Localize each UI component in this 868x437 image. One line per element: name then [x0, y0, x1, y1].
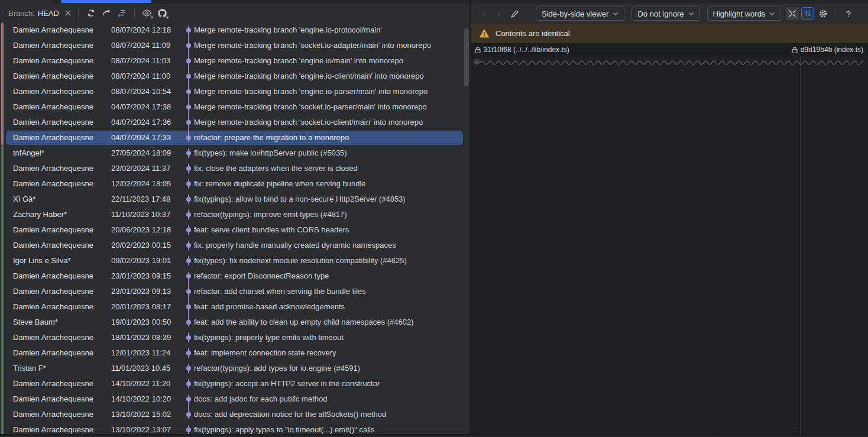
commit-author: Damien Arrachequesne [13, 84, 109, 99]
commit-row[interactable]: Damien Arrachequesne18/01/2023 08:39fix(… [0, 330, 470, 345]
toolbar-separator [835, 9, 836, 19]
chevron-down-icon [769, 12, 775, 16]
commit-row[interactable]: Tristan F*11/01/2023 10:45refactor(typin… [0, 361, 470, 376]
commit-node-dot [186, 59, 191, 63]
commit-graph [184, 268, 193, 284]
commit-author: Damien Arrachequesne [13, 299, 109, 315]
commit-row[interactable]: Damien Arrachequesne08/07/2024 12:18Merg… [0, 22, 470, 38]
commit-graph [184, 407, 193, 422]
commit-date: 23/01/2023 09:15 [111, 268, 181, 284]
previous-change-icon[interactable]: ↑ [477, 7, 490, 20]
commit-node-dot [186, 274, 191, 279]
commit-author: Damien Arrachequesne [13, 268, 109, 284]
next-change-icon[interactable]: ↓ [493, 7, 506, 20]
highlight-policy-select[interactable]: Highlight words [707, 7, 782, 21]
commit-row[interactable]: Damien Arrachequesne20/06/2023 12:18feat… [0, 222, 470, 238]
commit-author: Damien Arrachequesne [13, 99, 109, 115]
left-file-label: 31f10f68 (../../../lib/index.ts) [484, 46, 569, 54]
warning-icon [480, 29, 489, 38]
commit-row[interactable]: Damien Arrachequesne23/01/2023 09:13refa… [0, 284, 470, 299]
commit-row[interactable]: Damien Arrachequesne04/07/2024 17:33refa… [0, 130, 470, 145]
commit-message: docs: add deprecation notice for the all… [194, 407, 463, 422]
commit-graph [184, 222, 193, 238]
commit-row[interactable]: Damien Arrachequesne14/10/2022 10:20docs… [0, 391, 470, 407]
eye-icon[interactable] [140, 6, 154, 20]
viewer-mode-select[interactable]: Side-by-side viewer [536, 7, 624, 21]
toolbar-separator [134, 8, 135, 18]
commit-node-dot [186, 120, 191, 125]
commit-node-dot [186, 74, 191, 79]
commit-node-dot [186, 105, 191, 109]
commit-row[interactable]: Damien Arrachequesne04/07/2024 17:38Merg… [0, 99, 470, 115]
intellisort-icon[interactable] [115, 6, 129, 20]
commit-row[interactable]: Damien Arrachequesne23/02/2024 11:37fix:… [0, 161, 470, 176]
branch-filter-value[interactable]: HEAD [38, 9, 59, 18]
commit-row[interactable]: Damien Arrachequesne20/02/2023 00:15fix:… [0, 238, 470, 253]
commit-graph [184, 345, 193, 361]
commit-message: feat: add the ability to clean up empty … [194, 315, 463, 330]
github-icon[interactable] [156, 6, 170, 20]
commit-row[interactable]: tnfAngel*27/05/2024 18:09fix(types): mak… [0, 145, 470, 161]
commit-row[interactable]: Steve Baum*19/01/2023 00:50feat: add the… [0, 315, 470, 330]
commit-author: Tristan F* [13, 361, 109, 376]
commit-node-dot [186, 305, 191, 309]
commit-author: Damien Arrachequesne [13, 130, 109, 145]
commit-graph [184, 115, 193, 130]
commit-row[interactable]: Zachary Haber*11/10/2023 10:37refactor(t… [0, 207, 470, 222]
commit-message: refactor: export DisconnectReason type [194, 268, 463, 284]
toolbar-separator [527, 9, 527, 19]
commit-row[interactable]: Damien Arrachequesne08/07/2024 11:00Merg… [0, 69, 470, 84]
commit-graph [184, 299, 193, 315]
banner-text: Contents are identical [495, 29, 570, 38]
commit-graph [184, 361, 193, 376]
commit-graph [184, 99, 193, 115]
commit-date: 08/07/2024 11:00 [111, 69, 181, 84]
commit-node-dot [186, 397, 191, 402]
sync-scroll-icon[interactable] [801, 7, 814, 20]
commit-row[interactable]: Damien Arrachequesne20/01/2023 08:17feat… [0, 299, 470, 315]
chevron-down-icon [166, 17, 169, 19]
commit-row[interactable]: Damien Arrachequesne13/10/2022 15:02docs… [0, 407, 470, 422]
ignore-policy-value: Do not ignore [637, 9, 684, 18]
commit-author: Damien Arrachequesne [13, 161, 109, 176]
commit-author: Damien Arrachequesne [13, 407, 109, 422]
commit-date: 19/01/2023 00:50 [111, 315, 181, 330]
commit-date: 12/02/2024 18:05 [111, 176, 181, 192]
commit-row[interactable]: Damien Arrachequesne12/01/2023 11:24feat… [0, 345, 470, 361]
scrollbar-thumb[interactable] [464, 28, 469, 86]
commit-row[interactable]: Damien Arrachequesne08/07/2024 11:09Merg… [0, 38, 470, 53]
commit-graph [184, 330, 193, 345]
collapse-unchanged-icon[interactable] [786, 7, 799, 20]
commit-graph [184, 38, 193, 53]
goto-hash-icon[interactable] [99, 6, 114, 20]
commit-node-dot [186, 335, 191, 340]
commit-message: fix: remove duplicate pipeline when serv… [194, 176, 463, 192]
collapsed-unchanged-wave[interactable] [480, 58, 864, 65]
ignore-policy-select[interactable]: Do not ignore [631, 7, 699, 21]
commit-node-dot [186, 212, 191, 217]
commit-date: 11/10/2023 10:37 [111, 207, 181, 222]
commit-author: Damien Arrachequesne [13, 345, 109, 361]
refresh-icon[interactable] [84, 6, 98, 20]
commit-graph [184, 22, 193, 38]
commit-node-dot [186, 182, 191, 186]
close-icon[interactable] [63, 6, 73, 20]
commit-message: Merge remote-tracking branch 'engine.io-… [194, 69, 463, 84]
commit-row[interactable]: Damien Arrachequesne12/02/2024 18:05fix:… [0, 176, 470, 192]
commit-graph [184, 284, 193, 299]
commit-row[interactable]: Damien Arrachequesne14/10/2022 11:20fix(… [0, 376, 470, 391]
commit-message: fix(typings): accept an HTTP2 server in … [194, 376, 463, 391]
edit-pencil-icon[interactable] [508, 7, 521, 20]
commit-node-dot [186, 135, 191, 140]
commit-row[interactable]: Damien Arrachequesne23/01/2023 09:15refa… [0, 268, 470, 284]
commit-row[interactable]: Igor Lins e Silva*09/02/2023 19:01fix(ty… [0, 253, 470, 268]
gear-icon[interactable] [817, 7, 830, 20]
commit-row[interactable]: Damien Arrachequesne04/07/2024 17:36Merg… [0, 115, 470, 130]
left-file-header: 31f10f68 (../../../lib/index.ts) [474, 46, 569, 54]
commit-row[interactable]: Xì Gà*22/11/2023 17:48fix(typings): allo… [0, 192, 470, 207]
commit-row[interactable]: Damien Arrachequesne08/07/2024 11:03Merg… [0, 53, 470, 69]
lock-icon [474, 46, 481, 54]
help-icon[interactable]: ? [846, 9, 850, 19]
commit-graph [184, 145, 193, 161]
commit-row[interactable]: Damien Arrachequesne08/07/2024 10:54Merg… [0, 84, 470, 99]
